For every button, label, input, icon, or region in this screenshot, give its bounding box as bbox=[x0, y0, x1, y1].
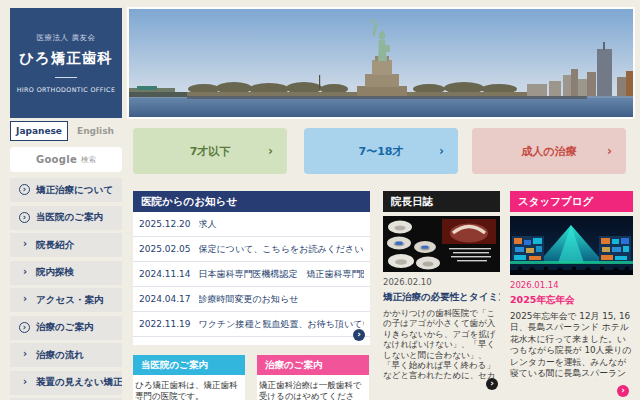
logo-divider bbox=[55, 77, 77, 78]
circle-arrow-icon: › bbox=[19, 212, 30, 223]
diary-more-button[interactable]: › bbox=[486, 378, 498, 390]
staff-blog-header: スタッフブログ bbox=[510, 191, 633, 212]
news-date: 2024.11.14 bbox=[139, 269, 191, 279]
diary-thumbnail-dental-molds[interactable] bbox=[383, 216, 500, 272]
sidebar-item-label: 当医院のご案内 bbox=[36, 211, 103, 224]
google-logo: Google bbox=[36, 154, 77, 165]
sidebar-item-clinic-tour[interactable]: › 院内探検 bbox=[10, 261, 122, 285]
chevron-right-icon: › bbox=[439, 144, 444, 158]
banner-adult-treatment[interactable]: 成人の治療 › bbox=[472, 128, 626, 174]
sidebar-item-label: 治療の流れ bbox=[36, 349, 84, 362]
chevron-right-icon: › bbox=[268, 144, 273, 158]
chevron-right-icon: › bbox=[23, 238, 27, 249]
site-title: ひろ矯正歯科 bbox=[19, 49, 113, 68]
search-label: 検索 bbox=[81, 155, 96, 165]
google-search-box[interactable]: Google 検索 bbox=[10, 147, 122, 172]
treatment-info-header: 治療のご案内 bbox=[257, 355, 369, 375]
sidebar-item-director-intro[interactable]: › 院長紹介 bbox=[10, 233, 122, 257]
sidebar-item-label: 治療のご案内 bbox=[36, 321, 93, 334]
sidebar-item-label: 矯正治療について bbox=[36, 184, 113, 197]
chevron-right-icon: › bbox=[23, 376, 27, 387]
news-item[interactable]: 2025.02.05 保定について、こちらをお読みください。 bbox=[133, 237, 370, 262]
illumination-illustration bbox=[510, 216, 633, 275]
tab-japanese[interactable]: Japanese bbox=[10, 121, 68, 141]
sidebar-item-treatment-guide[interactable]: › 治療のご案内 bbox=[10, 316, 122, 340]
news-text: 求人 bbox=[199, 218, 217, 231]
director-diary-section: 院長日誌 2026.02.10 矯正治療の必要性とタイミング かかりつけの歯科医… bbox=[383, 191, 500, 400]
staff-blog-section: スタッフブログ bbox=[510, 191, 633, 400]
news-text: 診療時間変更のお知らせ bbox=[199, 293, 299, 306]
sidebar-item-label: アクセス・案内 bbox=[36, 294, 103, 307]
banner-label: 7才以下 bbox=[190, 144, 231, 159]
news-date: 2025.02.05 bbox=[139, 244, 191, 254]
banner-label: 成人の治療 bbox=[521, 144, 576, 159]
news-date: 2025.12.20 bbox=[139, 219, 191, 229]
sidebar-item-treatment-flow[interactable]: › 治療の流れ bbox=[10, 343, 122, 367]
news-item[interactable]: 2024.11.14 日本歯科専門医機構認定 矯正歯科専門医 bbox=[133, 262, 370, 287]
news-item[interactable]: 2024.04.17 診療時間変更のお知らせ bbox=[133, 287, 370, 312]
news-date: 2022.11.19 bbox=[139, 319, 191, 329]
sidebar-item-access[interactable]: › アクセス・案内 bbox=[10, 288, 122, 312]
sidebar-item-label: 院長紹介 bbox=[36, 239, 74, 252]
statue-of-liberty-illustration bbox=[129, 9, 633, 117]
chevron-right-icon: › bbox=[23, 266, 27, 277]
logo-organization: 医療法人 廣友会 bbox=[37, 33, 96, 43]
sidebar-item-label: 院内探検 bbox=[36, 266, 74, 279]
circle-arrow-icon: › bbox=[19, 184, 30, 195]
sidebar-item-about-orthodontics[interactable]: › 矯正治療について bbox=[10, 178, 122, 202]
banner-under-7[interactable]: 7才以下 › bbox=[133, 128, 287, 174]
site-title-english: HIRO ORTHODONTIC OFFICE bbox=[17, 86, 116, 93]
blog-post-title[interactable]: 2025年忘年会 bbox=[510, 294, 633, 307]
news-section: 医院からのお知らせ 2025.12.20 求人 2025.02.05 保定につい… bbox=[133, 191, 370, 345]
chevron-right-icon: › bbox=[23, 293, 27, 304]
blog-post-date: 2026.01.14 bbox=[510, 280, 633, 290]
treatment-info-text: 矯正歯科治療は一般歯科で受けるのはやめてください。 bbox=[257, 375, 369, 400]
director-diary-header: 院長日誌 bbox=[383, 191, 500, 212]
banner-label: 7〜18才 bbox=[359, 144, 404, 159]
news-text: 保定について、こちらをお読みください。 bbox=[199, 243, 364, 256]
diary-post-excerpt: かかりつけの歯科医院で「この子はアゴが小さくて歯が入りきらないから、アゴを拡げな… bbox=[383, 308, 500, 381]
sidebar-item-clinic-guide[interactable]: › 当医院のご案内 bbox=[10, 206, 122, 230]
news-item[interactable]: 2025.12.20 求人 bbox=[133, 212, 370, 237]
news-text: 日本歯科専門医機構認定 矯正歯科専門医 bbox=[199, 268, 364, 281]
diary-post-title[interactable]: 矯正治療の必要性とタイミング bbox=[383, 291, 500, 304]
banner-7-to-18[interactable]: 7〜18才 › bbox=[304, 128, 458, 174]
diary-post-date: 2026.02.10 bbox=[383, 277, 500, 287]
clinic-info-text: ひろ矯正歯科は、矯正歯科専門の医院です。 bbox=[133, 375, 245, 400]
blog-more-button[interactable]: › bbox=[617, 385, 629, 397]
tab-english[interactable]: English bbox=[68, 121, 123, 141]
hero-photo-statue-of-liberty bbox=[127, 7, 635, 119]
news-text: ワクチン接種と観血処置、お待ち頂いている間の御願い bbox=[199, 318, 364, 331]
news-more-button[interactable]: › bbox=[353, 329, 365, 341]
site-logo[interactable]: 医療法人 廣友会 ひろ矯正歯科 HIRO ORTHODONTIC OFFICE bbox=[10, 8, 122, 118]
news-header: 医院からのお知らせ bbox=[133, 191, 370, 212]
sidebar-item-invisible-braces[interactable]: › 装置の見えない矯正 bbox=[10, 371, 122, 395]
chevron-right-icon: › bbox=[23, 348, 27, 359]
clinic-info-header: 当医院のご案内 bbox=[133, 355, 245, 375]
treatment-info-box[interactable]: 治療のご案内 矯正歯科治療は一般歯科で受けるのはやめてください。 bbox=[257, 355, 369, 400]
news-date: 2024.04.17 bbox=[139, 294, 191, 304]
circle-arrow-icon: › bbox=[19, 322, 30, 333]
blog-post-excerpt: 2025年忘年会で 12月 15, 16日、長島スパーランド ホテル花水木に行っ… bbox=[510, 311, 633, 380]
chevron-right-icon: › bbox=[607, 144, 612, 158]
sidebar-item-label: 装置の見えない矯正 bbox=[36, 376, 122, 389]
news-item[interactable]: 2022.11.19 ワクチン接種と観血処置、お待ち頂いている間の御願い bbox=[133, 312, 370, 337]
dental-molds-illustration bbox=[383, 216, 500, 272]
clinic-info-box[interactable]: 当医院のご案内 ひろ矯正歯科は、矯正歯科専門の医院です。 bbox=[133, 355, 245, 400]
blog-thumbnail-night-illumination[interactable] bbox=[510, 216, 633, 275]
